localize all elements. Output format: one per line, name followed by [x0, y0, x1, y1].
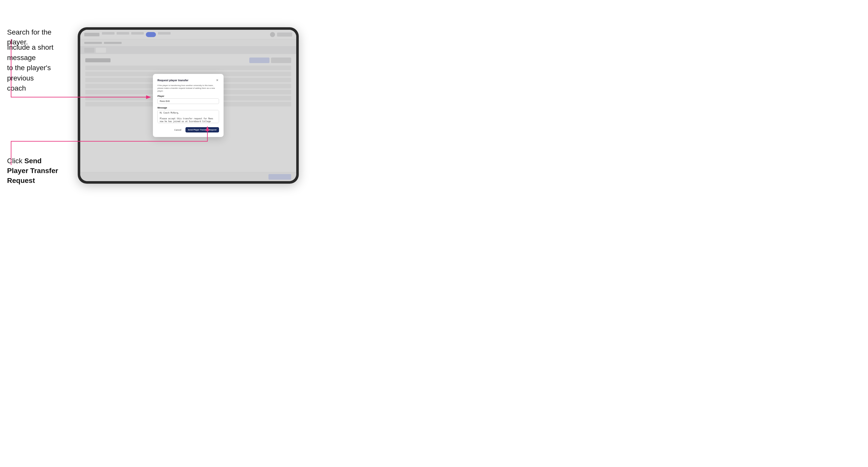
cancel-button[interactable]: Cancel [172, 128, 183, 132]
send-transfer-request-button[interactable]: Send Player Transfer Request [185, 127, 219, 132]
tablet-screen: Request player transfer ✕ If the player … [80, 30, 296, 181]
modal-footer: Cancel Send Player Transfer Request [157, 127, 219, 132]
modal-header: Request player transfer ✕ [157, 79, 219, 82]
annotation-send-bold: Send Player Transfer Request [7, 157, 58, 184]
app-screen: Request player transfer ✕ If the player … [80, 30, 296, 181]
modal-close-button[interactable]: ✕ [216, 79, 219, 82]
tablet-device: Request player transfer ✕ If the player … [78, 27, 299, 184]
message-textarea[interactable]: Hi Coach McHarg, Please accept this tran… [157, 110, 219, 123]
player-input[interactable] [157, 98, 219, 104]
message-label: Message [157, 106, 219, 109]
request-transfer-modal: Request player transfer ✕ If the player … [153, 74, 223, 137]
modal-overlay: Request player transfer ✕ If the player … [80, 30, 296, 181]
player-label: Player [157, 95, 219, 97]
annotation-send: Click Send Player Transfer Request [7, 156, 63, 186]
modal-title: Request player transfer [157, 79, 188, 82]
modal-description: If the player is transferring from anoth… [157, 84, 219, 93]
annotation-message: Include a short messageto the player's p… [7, 42, 73, 94]
tablet-outer-frame: Request player transfer ✕ If the player … [78, 27, 299, 184]
